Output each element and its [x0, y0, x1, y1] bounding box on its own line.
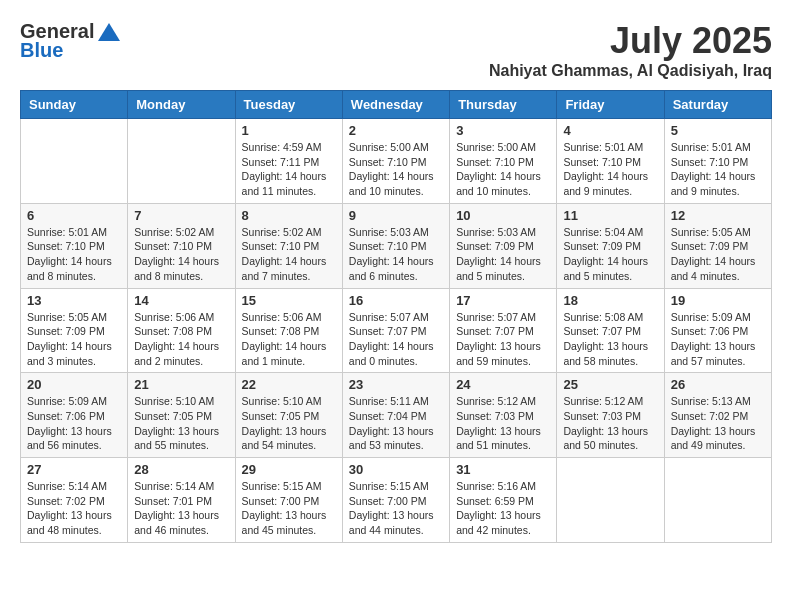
day-number: 10: [456, 208, 550, 223]
day-info: Sunrise: 5:07 AMSunset: 7:07 PMDaylight:…: [456, 310, 550, 369]
day-number: 20: [27, 377, 121, 392]
day-info: Sunrise: 5:14 AMSunset: 7:01 PMDaylight:…: [134, 479, 228, 538]
calendar-cell: [557, 458, 664, 543]
day-info: Sunrise: 5:05 AMSunset: 7:09 PMDaylight:…: [671, 225, 765, 284]
day-number: 23: [349, 377, 443, 392]
day-info: Sunrise: 4:59 AMSunset: 7:11 PMDaylight:…: [242, 140, 336, 199]
calendar-cell: 18Sunrise: 5:08 AMSunset: 7:07 PMDayligh…: [557, 288, 664, 373]
day-number: 28: [134, 462, 228, 477]
day-number: 25: [563, 377, 657, 392]
week-row-3: 13Sunrise: 5:05 AMSunset: 7:09 PMDayligh…: [21, 288, 772, 373]
day-info: Sunrise: 5:03 AMSunset: 7:09 PMDaylight:…: [456, 225, 550, 284]
day-info: Sunrise: 5:16 AMSunset: 6:59 PMDaylight:…: [456, 479, 550, 538]
day-info: Sunrise: 5:10 AMSunset: 7:05 PMDaylight:…: [242, 394, 336, 453]
header: General Blue July 2025 Nahiyat Ghammas, …: [20, 20, 772, 80]
day-number: 1: [242, 123, 336, 138]
calendar-cell: 8Sunrise: 5:02 AMSunset: 7:10 PMDaylight…: [235, 203, 342, 288]
day-number: 18: [563, 293, 657, 308]
calendar-cell: 4Sunrise: 5:01 AMSunset: 7:10 PMDaylight…: [557, 119, 664, 204]
weekday-header-tuesday: Tuesday: [235, 91, 342, 119]
calendar-cell: 30Sunrise: 5:15 AMSunset: 7:00 PMDayligh…: [342, 458, 449, 543]
calendar-cell: 10Sunrise: 5:03 AMSunset: 7:09 PMDayligh…: [450, 203, 557, 288]
svg-marker-0: [98, 23, 120, 41]
weekday-header-sunday: Sunday: [21, 91, 128, 119]
calendar-cell: [664, 458, 771, 543]
day-info: Sunrise: 5:03 AMSunset: 7:10 PMDaylight:…: [349, 225, 443, 284]
logo: General Blue: [20, 20, 120, 62]
day-number: 8: [242, 208, 336, 223]
day-info: Sunrise: 5:08 AMSunset: 7:07 PMDaylight:…: [563, 310, 657, 369]
calendar-cell: 20Sunrise: 5:09 AMSunset: 7:06 PMDayligh…: [21, 373, 128, 458]
day-info: Sunrise: 5:13 AMSunset: 7:02 PMDaylight:…: [671, 394, 765, 453]
day-info: Sunrise: 5:07 AMSunset: 7:07 PMDaylight:…: [349, 310, 443, 369]
day-number: 24: [456, 377, 550, 392]
calendar-cell: 21Sunrise: 5:10 AMSunset: 7:05 PMDayligh…: [128, 373, 235, 458]
week-row-1: 1Sunrise: 4:59 AMSunset: 7:11 PMDaylight…: [21, 119, 772, 204]
day-info: Sunrise: 5:15 AMSunset: 7:00 PMDaylight:…: [242, 479, 336, 538]
day-info: Sunrise: 5:01 AMSunset: 7:10 PMDaylight:…: [27, 225, 121, 284]
day-number: 3: [456, 123, 550, 138]
day-number: 7: [134, 208, 228, 223]
title-area: July 2025 Nahiyat Ghammas, Al Qadisiyah,…: [489, 20, 772, 80]
day-number: 17: [456, 293, 550, 308]
day-number: 26: [671, 377, 765, 392]
calendar-cell: 31Sunrise: 5:16 AMSunset: 6:59 PMDayligh…: [450, 458, 557, 543]
day-info: Sunrise: 5:14 AMSunset: 7:02 PMDaylight:…: [27, 479, 121, 538]
calendar-cell: 5Sunrise: 5:01 AMSunset: 7:10 PMDaylight…: [664, 119, 771, 204]
day-number: 13: [27, 293, 121, 308]
week-row-2: 6Sunrise: 5:01 AMSunset: 7:10 PMDaylight…: [21, 203, 772, 288]
day-number: 14: [134, 293, 228, 308]
day-number: 12: [671, 208, 765, 223]
calendar-cell: 14Sunrise: 5:06 AMSunset: 7:08 PMDayligh…: [128, 288, 235, 373]
day-info: Sunrise: 5:01 AMSunset: 7:10 PMDaylight:…: [563, 140, 657, 199]
calendar: SundayMondayTuesdayWednesdayThursdayFrid…: [20, 90, 772, 543]
day-number: 6: [27, 208, 121, 223]
location-title: Nahiyat Ghammas, Al Qadisiyah, Iraq: [489, 62, 772, 80]
day-number: 15: [242, 293, 336, 308]
day-info: Sunrise: 5:12 AMSunset: 7:03 PMDaylight:…: [456, 394, 550, 453]
day-info: Sunrise: 5:12 AMSunset: 7:03 PMDaylight:…: [563, 394, 657, 453]
calendar-cell: 9Sunrise: 5:03 AMSunset: 7:10 PMDaylight…: [342, 203, 449, 288]
day-number: 29: [242, 462, 336, 477]
day-info: Sunrise: 5:00 AMSunset: 7:10 PMDaylight:…: [456, 140, 550, 199]
day-number: 30: [349, 462, 443, 477]
weekday-header-wednesday: Wednesday: [342, 91, 449, 119]
weekday-header-row: SundayMondayTuesdayWednesdayThursdayFrid…: [21, 91, 772, 119]
calendar-cell: 22Sunrise: 5:10 AMSunset: 7:05 PMDayligh…: [235, 373, 342, 458]
logo-icon: [98, 23, 120, 41]
day-info: Sunrise: 5:01 AMSunset: 7:10 PMDaylight:…: [671, 140, 765, 199]
day-info: Sunrise: 5:02 AMSunset: 7:10 PMDaylight:…: [242, 225, 336, 284]
weekday-header-saturday: Saturday: [664, 91, 771, 119]
week-row-4: 20Sunrise: 5:09 AMSunset: 7:06 PMDayligh…: [21, 373, 772, 458]
calendar-cell: 13Sunrise: 5:05 AMSunset: 7:09 PMDayligh…: [21, 288, 128, 373]
day-number: 16: [349, 293, 443, 308]
day-info: Sunrise: 5:06 AMSunset: 7:08 PMDaylight:…: [134, 310, 228, 369]
calendar-cell: 2Sunrise: 5:00 AMSunset: 7:10 PMDaylight…: [342, 119, 449, 204]
calendar-cell: 27Sunrise: 5:14 AMSunset: 7:02 PMDayligh…: [21, 458, 128, 543]
calendar-cell: 17Sunrise: 5:07 AMSunset: 7:07 PMDayligh…: [450, 288, 557, 373]
day-info: Sunrise: 5:05 AMSunset: 7:09 PMDaylight:…: [27, 310, 121, 369]
day-number: 2: [349, 123, 443, 138]
day-info: Sunrise: 5:04 AMSunset: 7:09 PMDaylight:…: [563, 225, 657, 284]
day-info: Sunrise: 5:02 AMSunset: 7:10 PMDaylight:…: [134, 225, 228, 284]
day-info: Sunrise: 5:09 AMSunset: 7:06 PMDaylight:…: [671, 310, 765, 369]
day-number: 5: [671, 123, 765, 138]
day-info: Sunrise: 5:00 AMSunset: 7:10 PMDaylight:…: [349, 140, 443, 199]
day-info: Sunrise: 5:10 AMSunset: 7:05 PMDaylight:…: [134, 394, 228, 453]
weekday-header-monday: Monday: [128, 91, 235, 119]
calendar-cell: 24Sunrise: 5:12 AMSunset: 7:03 PMDayligh…: [450, 373, 557, 458]
day-number: 27: [27, 462, 121, 477]
calendar-cell: 12Sunrise: 5:05 AMSunset: 7:09 PMDayligh…: [664, 203, 771, 288]
month-title: July 2025: [489, 20, 772, 62]
day-number: 21: [134, 377, 228, 392]
calendar-cell: 25Sunrise: 5:12 AMSunset: 7:03 PMDayligh…: [557, 373, 664, 458]
day-info: Sunrise: 5:06 AMSunset: 7:08 PMDaylight:…: [242, 310, 336, 369]
week-row-5: 27Sunrise: 5:14 AMSunset: 7:02 PMDayligh…: [21, 458, 772, 543]
calendar-cell: 7Sunrise: 5:02 AMSunset: 7:10 PMDaylight…: [128, 203, 235, 288]
day-info: Sunrise: 5:09 AMSunset: 7:06 PMDaylight:…: [27, 394, 121, 453]
calendar-cell: 11Sunrise: 5:04 AMSunset: 7:09 PMDayligh…: [557, 203, 664, 288]
weekday-header-friday: Friday: [557, 91, 664, 119]
calendar-cell: 28Sunrise: 5:14 AMSunset: 7:01 PMDayligh…: [128, 458, 235, 543]
calendar-cell: 26Sunrise: 5:13 AMSunset: 7:02 PMDayligh…: [664, 373, 771, 458]
day-number: 22: [242, 377, 336, 392]
